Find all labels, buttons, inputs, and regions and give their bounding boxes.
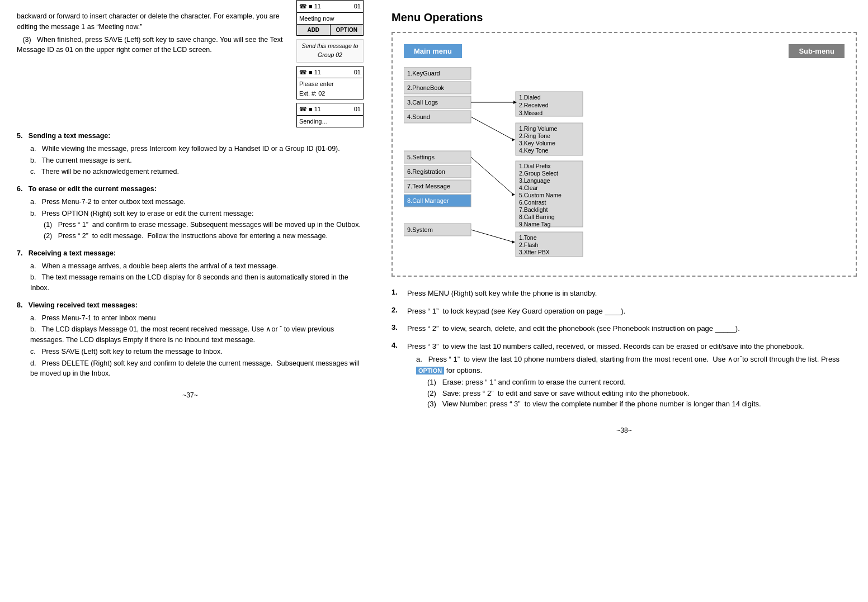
instruction-1-text: Press MENU (Right) soft key while the ph… <box>407 288 857 299</box>
s6-sub-2: (2) Press “ 2” to edit message. Follow t… <box>44 231 364 241</box>
phone-line-1: Meeting now <box>299 15 334 22</box>
svg-text:3.Missed: 3.Missed <box>519 110 542 116</box>
phone-signal-1: ☎ ■ 11 <box>299 2 321 11</box>
instruction-2-text: Press “ 1” to lock keypad (see Key Guard… <box>407 306 857 317</box>
instruction-3-num: 3. <box>391 323 403 334</box>
svg-text:6.Contrast: 6.Contrast <box>519 199 546 206</box>
svg-marker-42 <box>512 193 515 196</box>
s8-item-c: c. Press SAVE (Left) soft key to return … <box>30 347 364 357</box>
section-8-title: 8. Viewing received text messages: <box>17 300 364 311</box>
left-page-number: ~37~ <box>17 390 364 400</box>
section-8: 8. Viewing received text messages: a. Pr… <box>17 300 364 379</box>
menu-diagram-svg: 1.KeyGuard 2.PhoneBook 3.Call Logs 4.Sou… <box>404 67 717 263</box>
svg-text:1.Ring Volume: 1.Ring Volume <box>519 125 557 132</box>
svg-text:3.Call Logs: 3.Call Logs <box>407 99 438 106</box>
s5-item-b: b. The current message is sent. <box>30 155 364 166</box>
phone-line3: Sending… <box>299 118 328 125</box>
svg-line-41 <box>471 157 513 195</box>
section-7-list: a. When a message arrives, a double beep… <box>30 261 364 293</box>
send-message-text: Send this message to Group 02 <box>302 42 358 58</box>
instruction-2: 2. Press “ 1” to lock keypad (see Key Gu… <box>391 306 857 317</box>
phone-box-2: ☎ ■ 11 01 Please enter Ext. #: 02 <box>296 66 364 100</box>
svg-text:7.Text Message: 7.Text Message <box>407 183 450 189</box>
s8-item-a: a. Press Menu-7-1 to enter Inbox menu <box>30 313 364 324</box>
s5-item-a: a. While viewing the message, press Inte… <box>30 144 364 154</box>
svg-text:9.System: 9.System <box>407 226 433 233</box>
svg-text:2.Ring Tone: 2.Ring Tone <box>519 132 550 139</box>
sub-menu-label: Sub-menu <box>789 44 845 58</box>
main-menu-label: Main menu <box>404 44 462 58</box>
svg-text:2.PhoneBook: 2.PhoneBook <box>407 84 445 91</box>
instruction-4: 4. Press “ 3” to view the last 10 number… <box>391 341 857 410</box>
instructions: 1. Press MENU (Right) soft key while the… <box>391 288 857 410</box>
svg-text:1.Dialed: 1.Dialed <box>519 94 541 101</box>
instruction-4-text: Press “ 3” to view the last 10 numbers c… <box>407 341 857 410</box>
phone-box-1: ☎ ■ 11 01 Meeting now ADD OPTION <box>296 0 364 36</box>
svg-text:4.Sound: 4.Sound <box>407 113 430 120</box>
phone-content-2: Please enter Ext. #: 02 <box>297 78 363 99</box>
phone-id-1: 01 <box>354 2 361 11</box>
add-button[interactable]: ADD <box>297 25 331 35</box>
option-badge: OPTION <box>416 367 444 375</box>
phone-header-3: ☎ ■ 11 01 <box>297 103 363 116</box>
phone-content-1: Meeting now <box>297 13 363 25</box>
section-6-title: 6. To erase or edit the current messages… <box>17 184 364 195</box>
svg-marker-30 <box>512 138 515 141</box>
instr-4-a-sub: (1) Erase: press “ 1” and confirm to era… <box>427 377 857 410</box>
svg-line-29 <box>471 117 513 140</box>
svg-text:2.Flash: 2.Flash <box>519 241 539 248</box>
svg-text:7.Backlight: 7.Backlight <box>519 206 548 213</box>
svg-text:5.Custom Name: 5.Custom Name <box>519 192 562 198</box>
svg-marker-48 <box>512 240 515 244</box>
s6-item-b: b. Press OPTION (Right) soft key to eras… <box>30 208 364 241</box>
section-6: 6. To erase or edit the current messages… <box>17 184 364 241</box>
s5-item-c: c. There will be no acknowledgement retu… <box>30 167 364 177</box>
s6-subitems: (1) Press “ 1” and confirm to erase mess… <box>44 220 364 241</box>
phone-line2a: Please enter <box>299 79 361 89</box>
svg-text:8.Call Manager: 8.Call Manager <box>407 197 449 204</box>
s7-item-b: b. The text message remains on the LCD d… <box>30 272 364 293</box>
right-panel: Menu Operations Main menu Sub-menu 1.Key… <box>380 0 868 602</box>
page-title: Menu Operations <box>391 11 857 24</box>
instruction-4-num: 4. <box>391 341 403 410</box>
instr-4-a-2: (2) Save: press “ 2” to edit and save or… <box>427 388 857 399</box>
section-6-list: a. Press Menu-7-2 to enter outbox text m… <box>30 197 364 241</box>
s6-item-a: a. Press Menu-7-2 to enter outbox text m… <box>30 197 364 207</box>
instruction-1-num: 1. <box>391 288 403 299</box>
svg-text:2.Group Select: 2.Group Select <box>519 170 558 177</box>
instruction-3-text: Press “ 2” to view, search, delete, and … <box>407 323 857 334</box>
phone-signal-3: ☎ ■ 11 <box>299 105 321 114</box>
phone-signal-2: ☎ ■ 11 <box>299 68 321 77</box>
svg-text:8.Call Barring: 8.Call Barring <box>519 214 555 220</box>
svg-text:5.Settings: 5.Settings <box>407 154 435 160</box>
phone-box-3: ☎ ■ 11 01 Sending… <box>296 103 364 127</box>
svg-text:4.Key Tone: 4.Key Tone <box>519 147 549 154</box>
section-5-list: a. While viewing the message, press Inte… <box>30 144 364 177</box>
svg-text:1.Tone: 1.Tone <box>519 234 537 241</box>
menu-diagram: Main menu Sub-menu 1.KeyGuard 2.PhoneBoo… <box>391 32 857 277</box>
send-message-box: Send this message to Group 02 <box>296 39 364 63</box>
section-5-title: 5. Sending a text message: <box>17 131 364 141</box>
phone-header-2: ☎ ■ 11 01 <box>297 67 363 79</box>
s7-item-a: a. When a message arrives, a double beep… <box>30 261 364 272</box>
phone-line2b: Ext. #: 02 <box>299 89 361 98</box>
phone-display-group: ☎ ■ 11 01 Meeting now ADD OPTION Send th… <box>296 0 364 131</box>
svg-text:4.Clear: 4.Clear <box>519 184 538 191</box>
option-button[interactable]: OPTION <box>331 25 364 35</box>
section-8-list: a. Press Menu-7-1 to enter Inbox menu b.… <box>30 313 364 380</box>
instruction-2-num: 2. <box>391 306 403 317</box>
svg-text:3.Key Volume: 3.Key Volume <box>519 140 555 146</box>
section-5: 5. Sending a text message: a. While view… <box>17 131 364 177</box>
phone-buttons-1: ADD OPTION <box>297 24 363 35</box>
instr-4-a-3: (3) View Number: press “ 3” to view the … <box>427 399 857 410</box>
instr-4-a-1: (1) Erase: press “ 1” and confirm to era… <box>427 377 857 388</box>
svg-text:3.Language: 3.Language <box>519 177 550 184</box>
instruction-3: 3. Press “ 2” to view, search, delete, a… <box>391 323 857 334</box>
phone-header-1: ☎ ■ 11 01 <box>297 1 363 13</box>
left-panel: ☎ ■ 11 01 Meeting now ADD OPTION Send th… <box>0 0 380 602</box>
phone-id-2: 01 <box>354 68 361 77</box>
svg-line-47 <box>471 230 513 242</box>
right-page-number: ~38~ <box>391 426 857 434</box>
instr-4-a: a. Press “ 1” to view the last 10 phone … <box>416 354 857 410</box>
s8-item-b: b. The LCD displays Message 01, the most… <box>30 324 364 345</box>
